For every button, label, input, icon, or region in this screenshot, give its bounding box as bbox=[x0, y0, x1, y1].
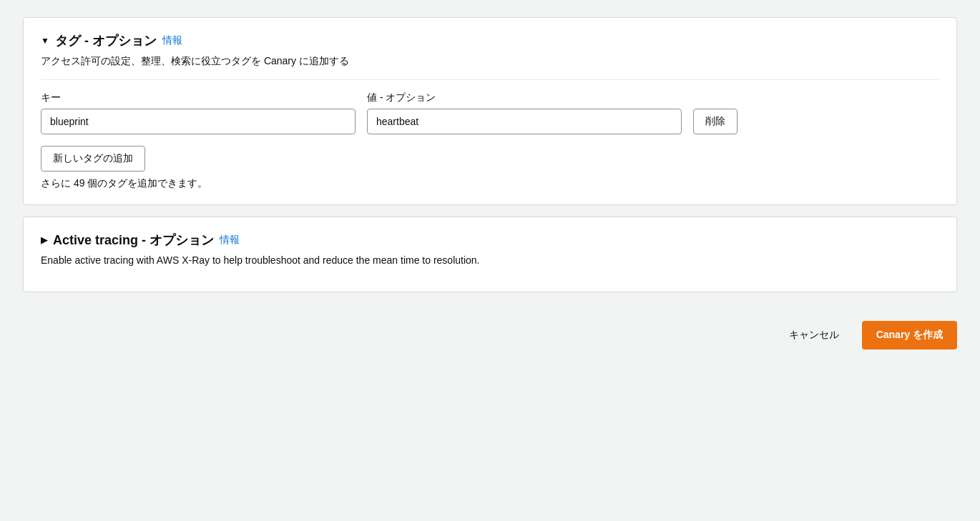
key-field-group: キー bbox=[41, 91, 356, 134]
add-tag-button[interactable]: 新しいタグの追加 bbox=[41, 146, 145, 172]
key-label: キー bbox=[41, 91, 356, 104]
tag-row: キー 値 - オプション 削除 bbox=[41, 91, 939, 134]
tags-divider bbox=[41, 79, 939, 80]
value-field-group: 値 - オプション bbox=[367, 91, 682, 134]
key-input[interactable] bbox=[41, 109, 356, 134]
active-tracing-description: Enable active tracing with AWS X-Ray to … bbox=[41, 254, 939, 266]
value-label: 値 - オプション bbox=[367, 91, 682, 104]
add-tag-area: 新しいタグの追加 さらに 49 個のタグを追加できます。 bbox=[41, 146, 939, 190]
active-tracing-collapse-arrow[interactable]: ▶ bbox=[41, 235, 47, 245]
tag-limit-text: さらに 49 個のタグを追加できます。 bbox=[41, 177, 939, 190]
active-tracing-info-link[interactable]: 情報 bbox=[220, 234, 240, 247]
delete-tag-button[interactable]: 削除 bbox=[693, 109, 738, 134]
footer-bar: キャンセル Canary を作成 bbox=[23, 309, 957, 361]
tags-collapse-arrow[interactable]: ▼ bbox=[41, 36, 49, 46]
value-input[interactable] bbox=[367, 109, 682, 134]
active-tracing-header: ▶ Active tracing - オプション 情報 bbox=[41, 232, 939, 249]
tags-section: ▼ タグ - オプション 情報 アクセス許可の設定、整理、検索に役立つタグを C… bbox=[23, 17, 957, 205]
active-tracing-title: Active tracing - オプション bbox=[53, 232, 214, 249]
cancel-button[interactable]: キャンセル bbox=[778, 323, 851, 347]
tags-title: タグ - オプション bbox=[55, 32, 157, 49]
tags-description: アクセス許可の設定、整理、検索に役立つタグを Canary に追加する bbox=[41, 55, 939, 68]
create-canary-button[interactable]: Canary を作成 bbox=[862, 321, 957, 349]
tags-header: ▼ タグ - オプション 情報 bbox=[41, 32, 939, 49]
active-tracing-section: ▶ Active tracing - オプション 情報 Enable activ… bbox=[23, 217, 957, 292]
tags-info-link[interactable]: 情報 bbox=[162, 34, 182, 47]
